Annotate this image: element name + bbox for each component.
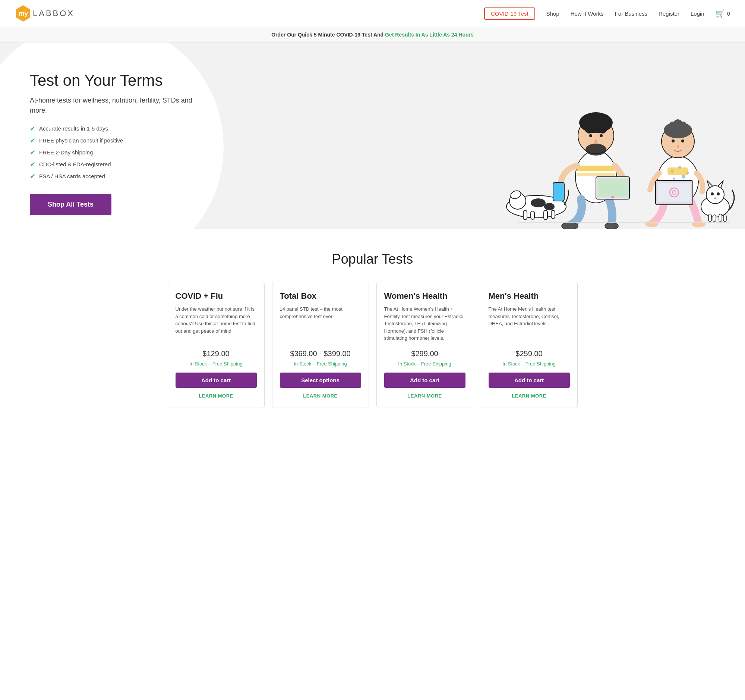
card-title: Total Box	[280, 291, 361, 301]
card-title: Men's Health	[489, 291, 570, 301]
svg-point-18	[600, 134, 603, 137]
svg-marker-50	[707, 180, 712, 188]
nav-login[interactable]: Login	[691, 10, 705, 17]
svg-rect-24	[598, 178, 628, 196]
product-card-womens-health: Women's Health The At Home Women's Healt…	[376, 282, 473, 408]
announcement-text: Order Our Quick 5 Minute COVID-19 Test A…	[271, 32, 385, 37]
svg-point-2	[531, 198, 546, 207]
svg-point-41	[677, 145, 679, 148]
svg-point-16	[585, 144, 606, 156]
hero-content: Test on Your Terms At-home tests for wel…	[30, 71, 209, 215]
card-add-button[interactable]: Add to cart	[489, 373, 570, 388]
card-add-button[interactable]: Add to cart	[175, 373, 257, 388]
svg-point-49	[706, 186, 724, 204]
svg-point-25	[611, 196, 615, 198]
card-title: Women's Health	[384, 291, 465, 301]
section-title: Popular Tests	[15, 251, 730, 267]
product-card-covid-flu: COVID + Flu Under the weather but not su…	[168, 282, 265, 408]
hero-section: Test on Your Terms At-home tests for wel…	[0, 42, 745, 229]
card-stock: In Stock – Free Shipping	[280, 361, 361, 367]
covid-test-nav-button[interactable]: COVID-19 Test	[484, 7, 535, 20]
announcement-link[interactable]: Get Results In As Little As 24 Hours	[385, 32, 474, 37]
svg-rect-20	[553, 182, 564, 201]
product-card-total-box: Total Box 14 panel STD test – the most c…	[272, 282, 369, 408]
feature-item: ✔FREE 2-Day shipping	[30, 148, 209, 157]
nav-how-it-works[interactable]: How It Works	[571, 10, 604, 17]
check-icon: ✔	[30, 160, 35, 169]
check-icon: ✔	[30, 172, 35, 180]
card-select-button[interactable]: Select options	[280, 373, 361, 388]
card-price: $129.00	[175, 349, 257, 358]
card-stock: In Stock – Free Shipping	[384, 361, 465, 367]
svg-rect-11	[576, 173, 615, 176]
card-desc: The At Home Women's Health + Fertility T…	[384, 306, 465, 342]
card-learn-more-link[interactable]: LEARN MORE	[384, 393, 465, 399]
svg-rect-56	[713, 215, 716, 222]
products-grid: COVID + Flu Under the weather but not su…	[168, 282, 577, 408]
card-stock: In Stock – Free Shipping	[489, 361, 570, 367]
feature-item: ✔Accurate results in 1-5 days	[30, 124, 209, 133]
logo-wordmark: LABBOX	[33, 9, 75, 18]
nav-links: COVID-19 Test Shop How It Works For Busi…	[484, 7, 730, 20]
svg-point-42	[645, 220, 658, 227]
svg-point-40	[681, 139, 684, 142]
cart-count: 0	[727, 10, 730, 17]
svg-point-22	[605, 223, 618, 229]
cart-button[interactable]: 🛒 0	[715, 9, 730, 18]
svg-rect-32	[667, 168, 688, 175]
svg-rect-45	[658, 183, 691, 202]
logo-icon: my	[15, 5, 31, 22]
nav-shop[interactable]: Shop	[546, 10, 559, 17]
svg-marker-51	[718, 180, 723, 188]
svg-rect-10	[577, 166, 615, 171]
product-card-mens-health: Men's Health The At Home Men's Health te…	[481, 282, 577, 408]
nav-register[interactable]: Register	[658, 10, 679, 17]
shop-all-tests-button[interactable]: Shop All Tests	[30, 194, 111, 215]
card-price: $299.00	[384, 349, 465, 358]
svg-rect-4	[523, 210, 527, 220]
svg-point-39	[672, 139, 675, 142]
svg-rect-6	[544, 210, 548, 220]
svg-rect-55	[709, 214, 711, 222]
card-learn-more-link[interactable]: LEARN MORE	[280, 393, 361, 399]
card-stock: In Stock – Free Shipping	[175, 361, 257, 367]
svg-point-15	[597, 117, 608, 133]
card-price: $369.00 - $399.00	[280, 349, 361, 358]
hero-features-list: ✔Accurate results in 1-5 days ✔FREE phys…	[30, 124, 209, 180]
feature-item: ✔FREE physician consult if positive	[30, 136, 209, 145]
cart-icon: 🛒	[715, 9, 725, 18]
svg-point-31	[682, 175, 685, 178]
hero-title: Test on Your Terms	[30, 71, 209, 90]
svg-rect-57	[719, 214, 722, 222]
hero-subtitle: At-home tests for wellness, nutrition, f…	[30, 96, 209, 115]
card-desc: The At Home Men's Health test measures T…	[489, 306, 570, 342]
svg-point-14	[583, 117, 595, 133]
card-price: $259.00	[489, 349, 570, 358]
svg-point-43	[692, 221, 706, 228]
logo[interactable]: my LABBOX	[15, 5, 75, 22]
feature-item: ✔CDC-listed & FDA-registered	[30, 160, 209, 169]
nav-for-business[interactable]: For Business	[615, 10, 648, 17]
svg-point-30	[673, 177, 675, 180]
card-add-button[interactable]: Add to cart	[384, 373, 465, 388]
card-title: COVID + Flu	[175, 291, 257, 301]
card-desc: Under the weather but not sure if it is …	[175, 306, 257, 342]
svg-point-38	[673, 119, 682, 128]
svg-point-21	[562, 222, 578, 229]
svg-rect-5	[531, 211, 534, 219]
popular-tests-section: Popular Tests COVID + Flu Under the weat…	[0, 229, 745, 430]
check-icon: ✔	[30, 136, 35, 145]
svg-rect-7	[551, 210, 555, 219]
svg-point-52	[711, 192, 714, 195]
card-learn-more-link[interactable]: LEARN MORE	[175, 393, 257, 399]
hero-illustration	[495, 54, 738, 229]
svg-rect-58	[723, 215, 726, 222]
check-icon: ✔	[30, 124, 35, 133]
check-icon: ✔	[30, 148, 35, 157]
feature-item: ✔FSA / HSA cards accepted	[30, 172, 209, 180]
card-desc: 14 panel STD test – the most comprehensi…	[280, 306, 361, 342]
svg-point-17	[589, 134, 592, 137]
card-learn-more-link[interactable]: LEARN MORE	[489, 393, 570, 399]
svg-point-3	[544, 203, 555, 210]
svg-point-19	[594, 139, 597, 143]
